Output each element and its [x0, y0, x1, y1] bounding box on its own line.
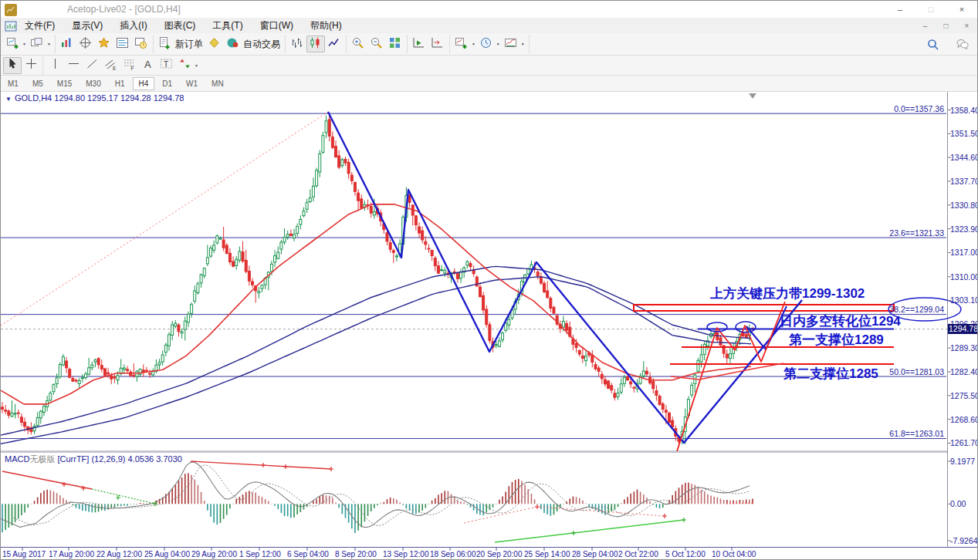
- hline-button[interactable]: [64, 57, 83, 74]
- arrows-icon: [178, 57, 191, 73]
- toolbar-group: [286, 35, 347, 53]
- chart-bars-icon: [290, 36, 303, 52]
- zoom-in-button[interactable]: [349, 35, 367, 52]
- tester-icon: [134, 36, 147, 52]
- arrows-button-dropdown-icon[interactable]: ▼: [195, 63, 198, 68]
- mdi-minimize-button[interactable]: –: [915, 22, 936, 30]
- zoom-out-icon: [370, 36, 383, 52]
- macd-params: [CurrTF] (12,26,9) 4.0536 3.7030: [55, 454, 181, 464]
- macd-name: MACD: [5, 454, 29, 464]
- svg-text:T: T: [164, 60, 168, 69]
- templates-button-dropdown-icon[interactable]: ▼: [521, 42, 525, 46]
- window-title: Acetop-Live02 - [GOLD,H4]: [67, 4, 181, 15]
- metaeditor-button[interactable]: [205, 35, 224, 52]
- text-button[interactable]: A: [138, 57, 157, 74]
- new-order-button-label[interactable]: 新订单: [175, 38, 203, 51]
- svg-text:E: E: [113, 66, 117, 71]
- toolbar-group: ▼▼: [1, 35, 56, 53]
- cursor-icon: [6, 57, 19, 73]
- timeframe-w1[interactable]: W1: [180, 77, 204, 90]
- indicators-button[interactable]: [452, 35, 471, 52]
- indicators-icon: [455, 36, 468, 52]
- vline-button[interactable]: [46, 57, 64, 74]
- fibo-button[interactable]: F: [120, 57, 138, 74]
- market-watch-button[interactable]: [58, 35, 76, 52]
- new-order-button[interactable]: [156, 35, 174, 52]
- profiles-button[interactable]: [28, 35, 46, 52]
- terminal-button[interactable]: [113, 35, 132, 52]
- timeframe-m1[interactable]: M1: [2, 77, 25, 90]
- line-chart-button[interactable]: [325, 35, 343, 52]
- menu-item[interactable]: 插入(I): [111, 19, 155, 32]
- title-bar: Acetop-Live02 - [GOLD,H4] –□×: [1, 1, 977, 18]
- zoom-out-button[interactable]: [367, 35, 386, 52]
- crosshair-icon: [25, 57, 38, 73]
- trendline-button[interactable]: [83, 57, 101, 74]
- chart-shift-button[interactable]: [428, 35, 447, 52]
- timeframe-h4[interactable]: H4: [133, 77, 155, 90]
- hline-icon: [67, 57, 80, 73]
- svg-text:F: F: [130, 66, 134, 71]
- symbol-collapse-icon[interactable]: ▼: [5, 96, 12, 103]
- app-icon: [5, 4, 16, 15]
- cursor-button[interactable]: [3, 57, 22, 74]
- templates-icon: [504, 36, 517, 52]
- menu-item[interactable]: 图表(C): [156, 19, 205, 32]
- bar-chart-button[interactable]: [288, 35, 306, 52]
- mdi-restore-button[interactable]: □: [936, 22, 956, 30]
- menu-item[interactable]: 显示(V): [63, 19, 111, 32]
- toolbar-group: EFAT▼: [43, 56, 202, 75]
- menu-item[interactable]: 文件(F): [16, 19, 63, 32]
- close-button[interactable]: ×: [946, 1, 977, 18]
- autotrading-icon: [226, 36, 239, 52]
- search-button[interactable]: [923, 35, 942, 52]
- timeframe-m5[interactable]: M5: [26, 77, 49, 90]
- auto-scroll-button[interactable]: [410, 35, 428, 52]
- periods-button[interactable]: [477, 35, 496, 52]
- window-controls: –□×: [885, 1, 977, 18]
- current-price-box: 1294.78: [948, 324, 978, 334]
- profiles-icon: [30, 36, 43, 52]
- toolbar-group: [347, 35, 408, 53]
- svg-text:A: A: [144, 59, 151, 70]
- toolbar-group: [56, 35, 154, 53]
- autotrading-button-label[interactable]: 自动交易: [243, 38, 280, 51]
- minimize-button[interactable]: –: [885, 1, 915, 18]
- timeframe-d1[interactable]: D1: [156, 77, 178, 90]
- channel-button[interactable]: E: [101, 57, 120, 74]
- indicators-button-dropdown-icon[interactable]: ▼: [472, 42, 475, 46]
- templates-button[interactable]: [502, 35, 520, 52]
- profiles-button-dropdown-icon[interactable]: ▼: [47, 42, 51, 46]
- periods-button-dropdown-icon[interactable]: ▼: [496, 42, 500, 46]
- navigator-button[interactable]: [95, 35, 113, 52]
- new-chart-button-dropdown-icon[interactable]: ▼: [22, 42, 26, 46]
- data-window-button[interactable]: [76, 35, 95, 52]
- trendline-icon: [86, 57, 99, 73]
- crosshair-button[interactable]: [22, 57, 40, 74]
- candle-chart-button[interactable]: [306, 35, 325, 52]
- strategy-tester-button[interactable]: [132, 35, 151, 52]
- fibo-icon: F: [123, 57, 136, 73]
- timeframe-mn[interactable]: MN: [205, 77, 230, 90]
- market-watch-icon: [60, 36, 73, 52]
- menu-item[interactable]: 工具(T): [204, 19, 251, 32]
- new-chart-button[interactable]: [3, 35, 22, 52]
- tile-windows-button[interactable]: [386, 35, 404, 52]
- timeframe-h1[interactable]: H1: [109, 77, 131, 90]
- mdi-close-button[interactable]: ×: [956, 22, 977, 30]
- timeframe-m15[interactable]: M15: [51, 77, 78, 90]
- arrows-button[interactable]: [175, 57, 194, 74]
- data-window-icon: [79, 36, 92, 52]
- tile-windows-icon: [388, 36, 401, 52]
- autotrading-button[interactable]: [224, 35, 242, 52]
- timeframe-m30[interactable]: M30: [80, 77, 107, 90]
- navigator-icon: [97, 36, 110, 52]
- periods-icon: [479, 36, 492, 52]
- label-button[interactable]: T: [157, 57, 175, 74]
- chat-button[interactable]: [953, 35, 971, 52]
- menu-item[interactable]: 窗口(W): [252, 19, 302, 32]
- chart-shift-icon: [431, 36, 444, 52]
- mdi-window-controls: –□×: [915, 22, 977, 30]
- maximize-button[interactable]: □: [915, 1, 946, 18]
- menu-item[interactable]: 帮助(H): [302, 19, 350, 32]
